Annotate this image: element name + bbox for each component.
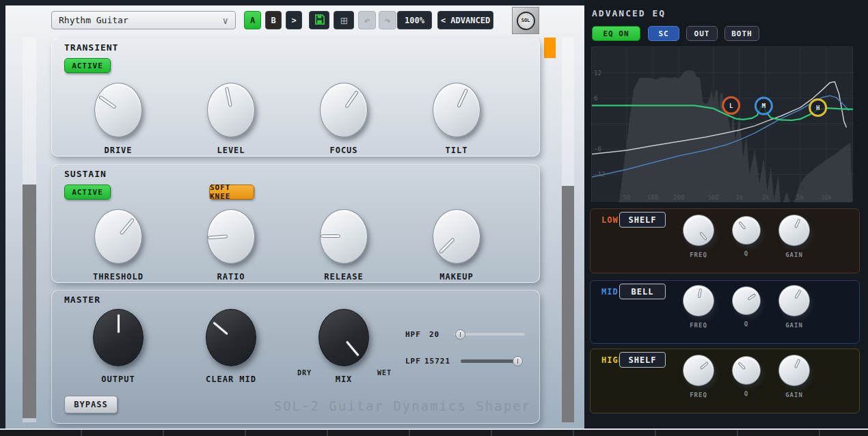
preset-name: Rhythm Guitar: [59, 15, 128, 25]
knob-label: Q: [744, 390, 748, 397]
knob-pointer: [225, 87, 232, 107]
knob-label: Q: [744, 321, 748, 327]
input-meter-fill: [23, 185, 36, 418]
eq-sc-button[interactable]: SC: [648, 26, 679, 41]
band-name: MID: [601, 287, 619, 297]
hpf-label: HPF: [405, 330, 421, 339]
undo-button[interactable]: ↶: [358, 11, 376, 29]
eq-panel-title: ADVANCED EQ: [592, 8, 666, 18]
knob-pointer: [699, 362, 709, 370]
knob-label: FREQ: [690, 392, 707, 398]
copy-ab-button[interactable]: >: [286, 11, 302, 29]
knob-pointer: [439, 238, 455, 254]
soft-knee-button[interactable]: SOFT KNEE: [209, 185, 254, 200]
section-title: MASTER: [64, 295, 100, 305]
low-gain-knob[interactable]: GAIN: [763, 215, 825, 258]
mid-gain-knob[interactable]: GAIN: [763, 285, 825, 329]
svg-text:-12: -12: [594, 171, 605, 178]
drive-knob[interactable]: DRIVE: [77, 83, 159, 155]
zoom-button[interactable]: 100%: [397, 11, 432, 29]
low-filter-type-button[interactable]: SHELF: [619, 212, 666, 228]
advanced-label: < ADVANCED: [441, 16, 490, 25]
svg-text:100: 100: [647, 194, 658, 201]
hpf-slider[interactable]: [454, 333, 525, 336]
mix-knob[interactable]: MIX DRY WET: [303, 309, 385, 384]
save-icon: [314, 14, 325, 27]
preset-dropdown[interactable]: Rhythm Guitar ∨: [51, 11, 236, 29]
both-label: BOTH: [731, 29, 752, 38]
filter-type-label: SHELF: [628, 355, 656, 365]
eq-both-button[interactable]: BOTH: [724, 26, 759, 41]
redo-button[interactable]: ↷: [379, 11, 396, 29]
window-bottom-bar: [0, 428, 868, 436]
eq-on-label: EQ ON: [603, 29, 629, 38]
undo-icon: ↶: [364, 14, 370, 27]
level-knob[interactable]: LEVEL: [190, 83, 272, 155]
high-filter-type-button[interactable]: SHELF: [619, 352, 666, 368]
threshold-knob[interactable]: THRESHOLD: [77, 209, 159, 282]
add-preset-button[interactable]: ⊞: [334, 11, 354, 29]
knob-pointer: [457, 89, 467, 108]
lpf-slider-thumb[interactable]: [513, 356, 523, 366]
main-panel: Rhythm Guitar ∨ A B > ⊞ ↶ ↷ 100% < ADVAN…: [5, 5, 584, 428]
clip-indicator[interactable]: [544, 38, 556, 58]
mid-filter-type-button[interactable]: BELL: [619, 284, 666, 299]
b-label: B: [271, 16, 275, 25]
clear-mid-knob[interactable]: CLEAR MID: [190, 309, 272, 384]
preset-a-button[interactable]: A: [244, 11, 261, 29]
svg-text:L: L: [729, 103, 733, 109]
sustain-section: SUSTAIN ACTIVE SOFT KNEE THRESHOLD RATIO…: [51, 164, 540, 283]
mid-band: MID BELL FREQ Q GAIN: [590, 280, 860, 344]
knob-label: OUTPUT: [101, 374, 135, 384]
filter-type-label: SHELF: [628, 215, 656, 225]
transient-section: TRANSIENT ACTIVE DRIVE LEVEL FOCUS TILT: [51, 38, 540, 156]
knob-label: FREQ: [690, 251, 707, 258]
lpf-slider[interactable]: [461, 359, 521, 363]
preset-b-button[interactable]: B: [265, 11, 282, 29]
knob-label: RELEASE: [324, 272, 364, 282]
knob-pointer: [208, 235, 227, 240]
knob-pointer: [699, 231, 707, 241]
redo-icon: ↷: [384, 14, 390, 27]
makeup-knob[interactable]: MAKEUP: [416, 209, 498, 282]
eq-curve-plot[interactable]: 126-6-12501002005001k2k5k10kLMH: [592, 47, 854, 202]
svg-text:10k: 10k: [821, 194, 832, 201]
knob-pointer: [345, 340, 361, 357]
tilt-knob[interactable]: TILT: [416, 83, 498, 155]
high-gain-knob[interactable]: GAIN: [763, 355, 825, 398]
eq-on-button[interactable]: EQ ON: [592, 26, 640, 41]
svg-text:500: 500: [708, 194, 719, 201]
svg-text:M: M: [762, 103, 766, 109]
soft-knee-label: SOFT KNEE: [210, 183, 254, 201]
band-name: LOW: [601, 215, 619, 225]
ratio-knob[interactable]: RATIO: [190, 209, 272, 282]
bypass-button[interactable]: BYPASS: [64, 396, 118, 413]
hpf-slider-thumb[interactable]: [455, 329, 465, 340]
section-title: SUSTAIN: [64, 169, 107, 179]
focus-knob[interactable]: FOCUS: [303, 83, 385, 155]
output-knob[interactable]: OUTPUT: [77, 309, 159, 384]
knob-label: CLEAR MID: [206, 374, 256, 384]
logo-emblem-icon: SOL: [517, 12, 535, 30]
eq-graph[interactable]: 126-6-12501002005001k2k5k10kLMH: [591, 46, 853, 202]
svg-text:50: 50: [623, 194, 630, 201]
knob-label: DRIVE: [104, 146, 132, 155]
knob-label: THRESHOLD: [93, 272, 144, 282]
knob-pointer: [794, 289, 802, 299]
knob-pointer: [738, 221, 746, 230]
input-meter: [23, 38, 36, 422]
wet-label: WET: [377, 369, 392, 377]
transient-active-button[interactable]: ACTIVE: [64, 58, 111, 73]
save-button[interactable]: [309, 11, 329, 29]
eq-out-button[interactable]: OUT: [686, 26, 718, 41]
copy-label: >: [291, 16, 296, 25]
knob-pointer: [321, 235, 340, 239]
sc-label: SC: [658, 29, 668, 38]
sustain-active-button[interactable]: ACTIVE: [64, 185, 111, 200]
knob-pointer: [698, 288, 702, 299]
release-knob[interactable]: RELEASE: [303, 209, 385, 282]
knob-label: MAKEUP: [439, 272, 473, 282]
knob-label: FOCUS: [329, 146, 357, 155]
knob-pointer: [737, 362, 746, 370]
advanced-toggle-button[interactable]: < ADVANCED: [437, 11, 493, 29]
